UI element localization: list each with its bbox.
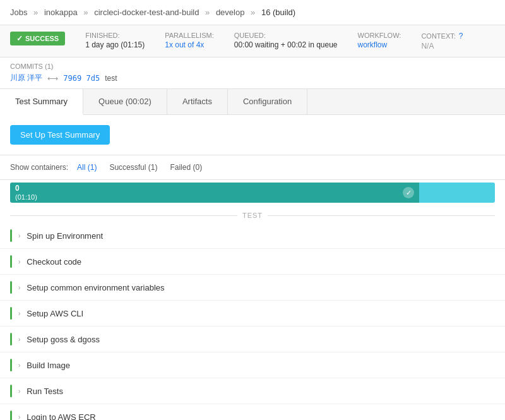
step-chevron-icon: › [18,414,20,421]
queued-value: 00:00 waiting + 00:02 in queue [234,40,338,49]
step-status-bar [10,411,12,420]
container-bar-wrapper: 0 (01:10) ✓ [0,180,505,208]
step-status-bar [10,307,12,320]
step-status-bar [10,255,12,268]
commits-section: COMMITS (1) 川原 洋平 ⟷ 7969 7d5 test [0,57,505,89]
container-number: 0 [15,184,37,193]
container-bar-green: 0 (01:10) ✓ [10,183,419,203]
sep1: » [33,8,38,17]
breadcrumb-jobs[interactable]: Jobs [10,8,27,17]
finished-meta: Finished: 1 day ago (01:15) [85,32,145,51]
step-name: Checkout code [27,257,81,267]
step-status-bar [10,281,12,294]
step-item[interactable]: › Setup AWS CLI [0,301,505,327]
parallelism-label: Parallelism: [165,32,213,39]
queued-label: Queued: [234,32,338,39]
context-value: N/A [421,42,463,51]
steps-list: › Spin up Environment › Checkout code › … [0,223,505,420]
commit-row: 川原 洋平 ⟷ 7969 7d5 test [10,73,495,83]
commit-author[interactable]: 川原 洋平 [10,73,42,83]
step-chevron-icon: › [18,310,20,317]
workflow-meta: Workflow: workflow [358,32,401,51]
test-section-divider: TEST [0,208,505,223]
parallelism-value[interactable]: 1x out of 4x [165,40,213,49]
status-bar: ✓ SUCCESS Finished: 1 day ago (01:15) Pa… [0,25,505,57]
status-badge: ✓ SUCCESS [10,32,65,45]
finished-value: 1 day ago (01:15) [85,40,145,49]
breadcrumb-build: 16 (build) [261,8,295,17]
step-name: Run Tests [27,387,63,396]
container-check-icon: ✓ [403,187,414,198]
breadcrumb-branch[interactable]: develop [216,8,245,17]
commit-hash[interactable]: 7969 7d5 [63,74,100,83]
step-chevron-icon: › [18,362,20,369]
tab-test-summary[interactable]: Test Summary [0,89,83,115]
step-item[interactable]: › Run Tests [0,378,505,404]
commit-arrow-icon: ⟷ [47,74,58,83]
step-status-bar [10,229,12,242]
status-meta: Finished: 1 day ago (01:15) Parallelism:… [85,32,463,51]
filter-all[interactable]: All (1) [73,162,100,173]
queued-meta: Queued: 00:00 waiting + 00:02 in queue [234,32,338,51]
breadcrumb-repo[interactable]: circleci-docker-test-and-build [94,8,199,17]
sep4: » [251,8,255,17]
context-meta: Context: ? N/A [421,32,463,51]
check-icon: ✓ [16,34,23,43]
step-chevron-icon: › [18,258,20,265]
show-containers-label: Show containers: [10,163,68,172]
containers-section: Show containers: All (1) Successful (1) … [0,155,505,180]
context-label: Context: ? [421,32,463,40]
workflow-label: Workflow: [358,32,401,39]
step-item[interactable]: › Setup goss & dgoss [0,327,505,352]
step-chevron-icon: › [18,284,20,291]
step-status-bar [10,359,12,371]
step-name: Spin up Environment [27,231,103,241]
context-help[interactable]: ? [459,32,463,40]
step-item[interactable]: › Login to AWS ECR [0,404,505,420]
step-status-bar [10,333,12,345]
step-name: Login to AWS ECR [27,412,95,421]
sep2: » [83,8,88,17]
filter-successful[interactable]: Successful (1) [105,162,161,173]
step-item[interactable]: › Checkout code [0,249,505,275]
step-item[interactable]: › Spin up Environment [0,223,505,249]
commits-label: COMMITS (1) [10,63,495,70]
container-bar[interactable]: 0 (01:10) ✓ [10,183,495,203]
commit-message: test [105,74,117,83]
tab-queue[interactable]: Queue (00:02) [83,89,167,114]
tab-configuration[interactable]: Configuration [228,89,307,114]
setup-test-summary-button[interactable]: Set Up Test Summary [10,125,110,145]
step-name: Build Image [27,361,70,370]
step-name: Setup common environment variables [27,283,164,292]
container-time: (01:10) [15,193,37,201]
test-summary-content: Set Up Test Summary [0,115,505,155]
step-item[interactable]: › Build Image [0,352,505,378]
breadcrumb: Jobs » inokappa » circleci-docker-test-a… [0,0,505,25]
breadcrumb-inokappa[interactable]: inokappa [44,8,78,17]
filter-failed[interactable]: Failed (0) [166,162,206,173]
workflow-value[interactable]: workflow [358,40,401,49]
step-chevron-icon: › [18,232,20,239]
step-name: Setup AWS CLI [27,309,83,318]
status-label: SUCCESS [25,35,59,42]
test-section-label: TEST [242,212,263,219]
sep3: » [205,8,210,17]
tab-artifacts[interactable]: Artifacts [167,89,228,114]
finished-label: Finished: [85,32,145,39]
step-chevron-icon: › [18,388,20,395]
tabs-bar: Test Summary Queue (00:02) Artifacts Con… [0,89,505,115]
step-name: Setup goss & dgoss [27,335,100,344]
step-status-bar [10,385,12,397]
step-chevron-icon: › [18,336,20,343]
step-item[interactable]: › Setup common environment variables [0,275,505,301]
parallelism-meta: Parallelism: 1x out of 4x [165,32,213,51]
container-bar-cyan [419,183,495,203]
